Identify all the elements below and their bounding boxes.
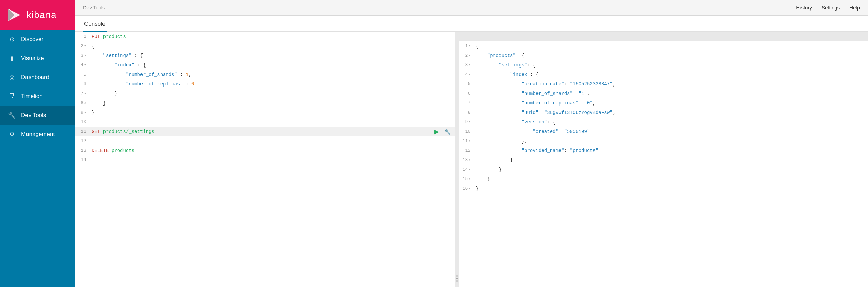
line-content-11: GET products/_settings bbox=[90, 127, 154, 136]
line-num-5: 5 bbox=[75, 70, 90, 79]
panel-divider bbox=[455, 32, 459, 287]
nav-menu: ⊙ Discover ▮ Visualize ◎ Dashboard ⛉ Tim… bbox=[0, 30, 75, 144]
sidebar-item-timelion-label: Timelion bbox=[21, 93, 43, 100]
line-num-1: 1 bbox=[75, 32, 90, 41]
wrench-button[interactable]: 🔧 bbox=[444, 128, 452, 136]
code-line-10: 10 bbox=[75, 117, 455, 127]
r-line-content-2: "products": { bbox=[474, 51, 524, 60]
code-line-9: 9 ▴ } bbox=[75, 108, 455, 117]
help-button[interactable]: Help bbox=[849, 5, 860, 11]
r-line-num-7: 7 bbox=[459, 98, 474, 108]
line-content-13: DELETE products bbox=[90, 146, 134, 155]
code-line-1: 1 PUT products bbox=[75, 32, 455, 41]
r-code-line-10: 10 "created": "5050199" bbox=[459, 127, 868, 136]
sidebar-item-timelion[interactable]: ⛉ Timelion bbox=[0, 87, 75, 106]
left-editor-panel: 1 PUT products 2 ▾ { 3 ▾ "settings" : { bbox=[75, 32, 455, 287]
divider-dot-3 bbox=[456, 280, 458, 282]
line-content-3: "settings" : { bbox=[90, 51, 143, 60]
r-line-content-12: "provided_name": "products" bbox=[474, 146, 598, 155]
r-code-line-1: 1 ▾ { bbox=[459, 41, 868, 51]
r-line-content-9: "version": { bbox=[474, 117, 555, 127]
r-line-num-5: 5 bbox=[459, 79, 474, 89]
shield-icon: ⛉ bbox=[8, 93, 16, 100]
sidebar-item-management-label: Management bbox=[21, 131, 55, 138]
compass-icon: ⊙ bbox=[8, 36, 16, 43]
sidebar-item-devtools[interactable]: 🔧 Dev Tools bbox=[0, 106, 75, 125]
line-content-2: { bbox=[90, 41, 94, 51]
r-line-content-7: "number_of_replicas": "0", bbox=[474, 98, 596, 108]
r-line-content-8: "uuid": "3LgVwfI3TOuzYogvZdaFsw", bbox=[474, 108, 616, 117]
r-code-line-14: 14 ▴ } bbox=[459, 165, 868, 174]
line-content-9: } bbox=[90, 108, 94, 117]
content-area: Console 1 PUT products 2 ▾ { bbox=[75, 16, 868, 287]
r-line-num-3: 3 ▾ bbox=[459, 60, 474, 70]
right-editor-panel: 1 ▾ { 2 ▾ "products": { 3 ▾ "settings": … bbox=[459, 32, 868, 287]
r-code-line-9: 9 ▾ "version": { bbox=[459, 117, 868, 127]
line-num-11: 11 bbox=[75, 127, 90, 136]
r-line-content-4: "index": { bbox=[474, 70, 539, 79]
sidebar-item-dashboard-label: Dashboard bbox=[21, 74, 49, 81]
code-line-4: 4 ▾ "index" : { bbox=[75, 60, 455, 70]
line-num-7: 7 ▴ bbox=[75, 89, 90, 98]
right-code-editor[interactable]: 1 ▾ { 2 ▾ "products": { 3 ▾ "settings": … bbox=[459, 41, 868, 287]
editor-panels: 1 PUT products 2 ▾ { 3 ▾ "settings" : { bbox=[75, 32, 868, 287]
line-content-1: PUT products bbox=[90, 32, 126, 41]
line-num-9: 9 ▴ bbox=[75, 108, 90, 117]
sidebar-item-management[interactable]: ⚙ Management bbox=[0, 125, 75, 144]
r-line-num-12: 12 bbox=[459, 146, 474, 155]
line-content-4: "index" : { bbox=[90, 60, 146, 70]
line-num-6: 6 bbox=[75, 79, 90, 89]
divider-dot-2 bbox=[456, 278, 458, 279]
line-num-4: 4 ▾ bbox=[75, 60, 90, 70]
logo-area: kibana bbox=[0, 0, 75, 30]
line-content-8: } bbox=[90, 98, 106, 108]
r-code-line-4: 4 ▾ "index": { bbox=[459, 70, 868, 79]
app-name: kibana bbox=[26, 9, 57, 20]
topbar: Dev Tools History Settings Help bbox=[75, 0, 868, 16]
code-line-11[interactable]: 11 GET products/_settings ▶ 🔧 bbox=[75, 127, 455, 136]
r-line-content-14: } bbox=[474, 165, 502, 174]
settings-button[interactable]: Settings bbox=[822, 5, 840, 11]
r-line-num-8: 8 bbox=[459, 108, 474, 117]
code-line-5: 5 "number_of_shards" : 1, bbox=[75, 70, 455, 79]
tab-console[interactable]: Console bbox=[83, 21, 107, 32]
sidebar-item-discover-label: Discover bbox=[21, 36, 43, 43]
circle-dot-icon: ◎ bbox=[8, 74, 16, 81]
main-area: Dev Tools History Settings Help Console … bbox=[75, 0, 868, 287]
left-code-editor[interactable]: 1 PUT products 2 ▾ { 3 ▾ "settings" : { bbox=[75, 32, 455, 287]
sidebar-item-dashboard[interactable]: ◎ Dashboard bbox=[0, 68, 75, 87]
sidebar-item-visualize[interactable]: ▮ Visualize bbox=[0, 49, 75, 68]
code-line-3: 3 ▾ "settings" : { bbox=[75, 51, 455, 60]
r-line-num-9: 9 ▾ bbox=[459, 117, 474, 127]
r-code-line-2: 2 ▾ "products": { bbox=[459, 51, 868, 60]
code-line-14: 14 bbox=[75, 155, 455, 165]
code-line-6: 6 "number_of_replicas" : 0 bbox=[75, 79, 455, 89]
r-line-num-1: 1 ▾ bbox=[459, 41, 474, 51]
line-num-12: 12 bbox=[75, 136, 90, 146]
r-line-content-11: }, bbox=[474, 136, 527, 146]
r-line-num-15: 15 ▴ bbox=[459, 174, 474, 184]
r-line-num-2: 2 ▾ bbox=[459, 51, 474, 60]
code-line-13: 13 DELETE products bbox=[75, 146, 455, 155]
sidebar-item-discover[interactable]: ⊙ Discover bbox=[0, 30, 75, 49]
run-button[interactable]: ▶ bbox=[433, 128, 441, 136]
r-line-num-13: 13 ▴ bbox=[459, 155, 474, 165]
kibana-logo-icon bbox=[7, 7, 22, 22]
r-line-content-3: "settings": { bbox=[474, 60, 535, 70]
code-line-2: 2 ▾ { bbox=[75, 41, 455, 51]
line-content-6: "number_of_replicas" : 0 bbox=[90, 79, 194, 89]
sidebar-item-devtools-label: Dev Tools bbox=[21, 112, 46, 119]
r-code-line-12: 12 "provided_name": "products" bbox=[459, 146, 868, 155]
line-num-14: 14 bbox=[75, 155, 90, 165]
r-code-line-7: 7 "number_of_replicas": "0", bbox=[459, 98, 868, 108]
r-line-num-6: 6 bbox=[459, 89, 474, 98]
r-line-content-13: } bbox=[474, 155, 513, 165]
line-num-13: 13 bbox=[75, 146, 90, 155]
r-code-line-3: 3 ▾ "settings": { bbox=[459, 60, 868, 70]
r-code-line-13: 13 ▴ } bbox=[459, 155, 868, 165]
r-line-content-5: "creation_date": "1505252338847", bbox=[474, 79, 616, 89]
line-num-2: 2 ▾ bbox=[75, 41, 90, 51]
line-num-3: 3 ▾ bbox=[75, 51, 90, 60]
code-line-12: 12 bbox=[75, 136, 455, 146]
history-button[interactable]: History bbox=[796, 5, 812, 11]
